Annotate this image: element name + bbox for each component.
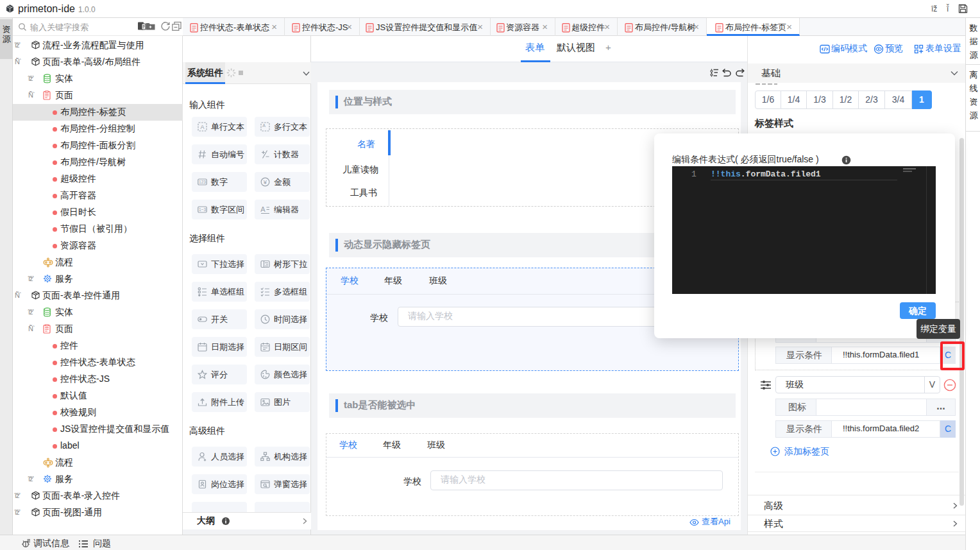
svg-text:1~3: 1~3 xyxy=(199,207,206,212)
svg-text:A: A xyxy=(262,123,266,128)
svg-text:¥: ¥ xyxy=(263,178,267,185)
svg-text:123: 123 xyxy=(199,180,206,184)
svg-text:A: A xyxy=(260,205,266,213)
svg-text:A: A xyxy=(200,124,204,130)
